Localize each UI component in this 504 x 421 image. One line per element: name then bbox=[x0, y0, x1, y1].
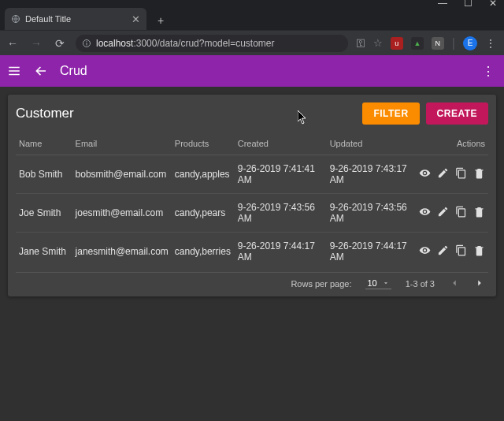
cell-name: Joe Smith bbox=[16, 194, 72, 233]
new-tab-button[interactable]: + bbox=[151, 11, 170, 30]
bookmark-star-icon[interactable]: ☆ bbox=[373, 37, 383, 49]
extension-icon-1[interactable]: u bbox=[391, 37, 403, 50]
rows-per-page-label: Rows per page: bbox=[291, 279, 351, 289]
copy-icon[interactable] bbox=[455, 244, 467, 256]
rows-per-page-select[interactable]: 10 bbox=[365, 278, 391, 289]
forward-button[interactable]: → bbox=[28, 37, 44, 50]
cell-name: Bob Smith bbox=[16, 155, 72, 194]
globe-icon bbox=[11, 14, 20, 24]
table-row: Jane Smithjanesmith@email.comcandy,berri… bbox=[16, 233, 488, 271]
cell-products: candy,apples bbox=[172, 155, 235, 194]
table-row: Bob Smithbobsmith@email.comcandy,apples9… bbox=[16, 155, 488, 194]
prev-page-button[interactable] bbox=[449, 278, 460, 290]
reload-button[interactable]: ⟳ bbox=[52, 37, 68, 50]
hamburger-icon bbox=[7, 64, 21, 78]
page-title: Customer bbox=[16, 106, 362, 121]
cell-actions bbox=[416, 155, 488, 194]
key-icon[interactable]: ⚿ bbox=[356, 38, 365, 49]
col-email[interactable]: Email bbox=[72, 132, 172, 155]
edit-icon[interactable] bbox=[437, 206, 449, 218]
cell-updated: 9-26-2019 7:43:17 AM bbox=[327, 155, 416, 194]
cell-products: candy,pears bbox=[172, 194, 235, 233]
svg-rect-2 bbox=[87, 43, 87, 46]
extension-icon-2[interactable]: ▲ bbox=[411, 37, 424, 50]
cell-email: janesmith@email.com bbox=[72, 233, 172, 271]
delete-icon[interactable] bbox=[473, 206, 485, 218]
col-created[interactable]: Created bbox=[235, 132, 327, 155]
data-table: Name Email Products Created Updated Acti… bbox=[16, 132, 488, 270]
extension-separator: | bbox=[452, 36, 455, 50]
browser-tab[interactable]: Default Title ✕ bbox=[5, 8, 146, 30]
url-path: :3000/data/crud?model=customer bbox=[133, 38, 274, 49]
cell-email: bobsmith@email.com bbox=[72, 155, 172, 194]
col-updated[interactable]: Updated bbox=[327, 132, 416, 155]
delete-icon[interactable] bbox=[473, 244, 485, 256]
app-back-button[interactable] bbox=[33, 63, 49, 79]
filter-button[interactable]: FILTER bbox=[362, 102, 419, 125]
svg-rect-3 bbox=[87, 41, 87, 42]
cell-actions bbox=[416, 194, 488, 233]
cell-updated: 9-26-2019 7:44:17 AM bbox=[327, 233, 416, 271]
col-actions: Actions bbox=[416, 132, 488, 155]
cell-email: joesmith@email.com bbox=[72, 194, 172, 233]
cell-created: 9-26-2019 7:41:41 AM bbox=[235, 155, 327, 194]
tab-title: Default Title bbox=[25, 14, 127, 24]
cell-created: 9-26-2019 7:44:17 AM bbox=[235, 233, 327, 271]
cell-name: Jane Smith bbox=[16, 233, 72, 271]
address-bar[interactable]: localhost:3000/data/crud?model=customer bbox=[76, 35, 348, 52]
rows-per-page-value: 10 bbox=[367, 278, 376, 288]
cell-updated: 9-26-2019 7:43:56 AM bbox=[327, 194, 416, 233]
cell-products: candy,berries bbox=[172, 233, 235, 271]
create-button[interactable]: CREATE bbox=[426, 102, 488, 125]
chevron-right-icon bbox=[474, 278, 485, 289]
app-title: Crud bbox=[60, 64, 471, 78]
table-row: Joe Smithjoesmith@email.comcandy,pears9-… bbox=[16, 194, 488, 233]
app-menu-button[interactable]: ⋮ bbox=[482, 64, 498, 79]
copy-icon[interactable] bbox=[455, 167, 467, 179]
profile-avatar[interactable]: E bbox=[463, 36, 477, 50]
chevron-left-icon bbox=[449, 278, 460, 289]
edit-icon[interactable] bbox=[437, 167, 449, 179]
nav-drawer-button[interactable] bbox=[6, 63, 22, 79]
cell-actions bbox=[416, 233, 488, 271]
cell-created: 9-26-2019 7:43:56 AM bbox=[235, 194, 327, 233]
view-icon[interactable] bbox=[419, 206, 431, 218]
close-tab-button[interactable]: ✕ bbox=[132, 13, 140, 25]
delete-icon[interactable] bbox=[473, 167, 485, 179]
info-icon bbox=[82, 39, 91, 48]
chevron-down-icon bbox=[382, 279, 390, 287]
extension-icon-3[interactable]: N bbox=[432, 37, 444, 50]
edit-icon[interactable] bbox=[437, 244, 449, 256]
copy-icon[interactable] bbox=[455, 206, 467, 218]
browser-menu-button[interactable]: ⋮ bbox=[485, 37, 496, 50]
col-name[interactable]: Name bbox=[16, 132, 72, 155]
arrow-left-icon bbox=[34, 64, 48, 78]
view-icon[interactable] bbox=[419, 244, 431, 256]
next-page-button[interactable] bbox=[474, 278, 485, 290]
pagination-range: 1-3 of 3 bbox=[406, 279, 435, 289]
back-button[interactable]: ← bbox=[5, 37, 20, 50]
col-products[interactable]: Products bbox=[172, 132, 235, 155]
url-host: localhost bbox=[96, 38, 133, 49]
view-icon[interactable] bbox=[419, 167, 431, 179]
